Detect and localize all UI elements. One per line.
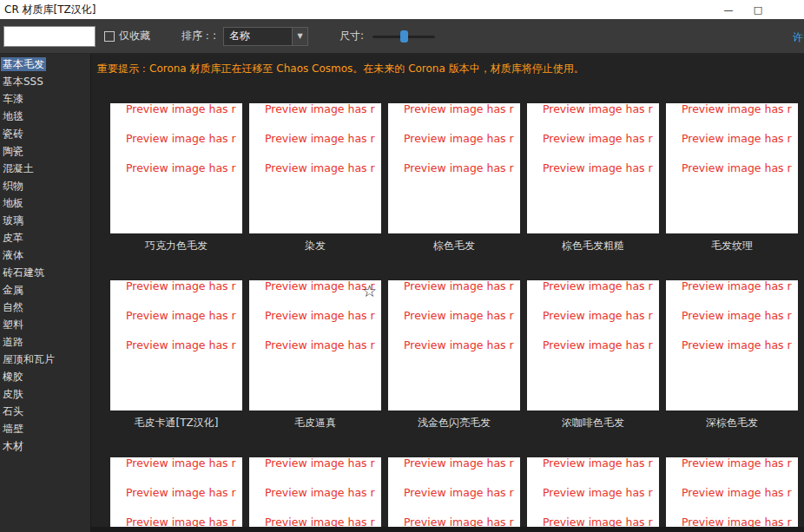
sidebar-item[interactable]: 皮革 bbox=[0, 229, 90, 246]
preview-error-text: Preview image has r bbox=[543, 487, 659, 499]
material-cell: Preview image has rPreview image has rPr… bbox=[388, 440, 520, 532]
favorite-star-icon[interactable]: ☆ bbox=[362, 283, 377, 299]
preview-error-text: Preview image has r bbox=[404, 487, 520, 499]
material-preview-card[interactable]: Preview image has rPreview image has rPr… bbox=[666, 280, 798, 410]
sidebar-item[interactable]: 自然 bbox=[0, 299, 90, 316]
favorites-filter[interactable]: 仅收藏 bbox=[104, 29, 150, 43]
material-preview-card[interactable]: Preview image has rPreview image has rPr… bbox=[527, 457, 659, 532]
migration-notice: 重要提示：Corona 材质库正在迁移至 Chaos Cosmos。在未来的 C… bbox=[91, 54, 804, 76]
material-preview-card[interactable]: Preview image has rPreview image has rPr… bbox=[249, 103, 381, 233]
sidebar-item[interactable]: 陶瓷 bbox=[0, 142, 90, 160]
sidebar-item[interactable]: 地毯 bbox=[0, 108, 90, 125]
material-preview-card[interactable]: Preview image has rPreview image has rPr… bbox=[388, 103, 520, 233]
preview-error-text: Preview image has r bbox=[265, 487, 381, 499]
preview-error-text: Preview image has r bbox=[404, 310, 520, 322]
sidebar-item[interactable]: 金属 bbox=[0, 281, 90, 299]
sidebar-item[interactable]: 皮肤 bbox=[0, 385, 90, 403]
preview-error-text: Preview image has r bbox=[682, 457, 798, 470]
sidebar-item[interactable]: 屋顶和瓦片 bbox=[0, 351, 90, 368]
sidebar-item[interactable]: 车漆 bbox=[0, 90, 90, 108]
slider-handle[interactable] bbox=[400, 30, 408, 43]
material-preview-card[interactable]: Preview image has rPreview image has rPr… bbox=[527, 280, 659, 410]
sidebar-item[interactable]: 基本SSS bbox=[0, 73, 90, 90]
preview-error-text: Preview image has r bbox=[265, 339, 381, 351]
preview-error-text: Preview image has r bbox=[543, 339, 659, 351]
material-preview-card[interactable]: Preview image has rPreview image has rPr… bbox=[110, 103, 242, 233]
material-name-label: 巧克力色毛发 bbox=[110, 239, 242, 254]
material-name-label: 毛皮逼真 bbox=[249, 416, 381, 431]
material-preview-card[interactable]: Preview image has rPreview image has rPr… bbox=[249, 280, 381, 410]
material-preview-card[interactable]: Preview image has rPreview image has rPr… bbox=[388, 457, 520, 532]
sidebar-item[interactable]: 基本毛发 bbox=[0, 56, 90, 73]
material-name-label: 棕色毛发 bbox=[388, 239, 520, 254]
preview-error-text: Preview image has r bbox=[404, 280, 520, 292]
preview-error-text: Preview image has r bbox=[543, 457, 659, 470]
preview-error-text: Preview image has r bbox=[543, 310, 659, 322]
sidebar-item-label: 玻璃 bbox=[1, 213, 25, 227]
sidebar-item-label: 瓷砖 bbox=[1, 127, 25, 141]
preview-error-text: Preview image has r bbox=[404, 339, 520, 351]
chevron-down-icon[interactable]: ▼ bbox=[292, 28, 307, 45]
search-input[interactable] bbox=[3, 26, 96, 47]
sidebar-item-label: 砖石建筑 bbox=[1, 266, 46, 279]
preview-error-text: Preview image has r bbox=[126, 133, 242, 145]
sort-dropdown[interactable]: 名称 ▼ bbox=[223, 27, 308, 46]
preview-error-text: Preview image has r bbox=[265, 457, 381, 470]
sidebar-item-label: 塑料 bbox=[1, 318, 25, 332]
license-link[interactable]: 许 bbox=[793, 30, 803, 45]
material-cell: Preview image has rPreview image has rPr… bbox=[249, 440, 381, 532]
material-preview-card[interactable]: Preview image has rPreview image has rPr… bbox=[388, 280, 520, 410]
preview-error-text: Preview image has r bbox=[682, 103, 798, 115]
material-grid: Preview image has rPreview image has rPr… bbox=[110, 86, 804, 532]
sidebar-item[interactable]: 玻璃 bbox=[0, 212, 90, 229]
preview-error-text: Preview image has r bbox=[126, 280, 242, 292]
preview-error-text: Preview image has r bbox=[543, 162, 659, 174]
sidebar-item-label: 金属 bbox=[1, 283, 25, 297]
sidebar-item[interactable]: 砖石建筑 bbox=[0, 264, 90, 281]
size-slider[interactable] bbox=[372, 30, 435, 43]
material-preview-card[interactable]: Preview image has rPreview image has rPr… bbox=[249, 457, 381, 532]
preview-error-text: Preview image has r bbox=[543, 103, 659, 115]
sidebar-list: 基本毛发基本SSS车漆地毯瓷砖陶瓷混凝土织物地板玻璃皮革液体砖石建筑金属自然塑料… bbox=[0, 54, 91, 532]
material-preview-card[interactable]: Preview image has rPreview image has rPr… bbox=[527, 103, 659, 233]
sidebar-item[interactable]: 石头 bbox=[0, 403, 90, 420]
sidebar-item[interactable]: 地板 bbox=[0, 194, 90, 212]
preview-error-text: Preview image has r bbox=[682, 487, 798, 499]
sidebar-item[interactable]: 道路 bbox=[0, 333, 90, 351]
sidebar-item[interactable]: 木材 bbox=[0, 437, 90, 455]
material-preview-card[interactable]: Preview image has rPreview image has rPr… bbox=[110, 457, 242, 532]
material-preview-card[interactable]: Preview image has rPreview image has rPr… bbox=[110, 280, 242, 410]
horizontal-scrollbar[interactable] bbox=[91, 527, 804, 532]
sidebar-item-label: 液体 bbox=[1, 248, 25, 262]
maximize-button[interactable]: □ bbox=[743, 0, 773, 19]
preview-error-text: Preview image has r bbox=[126, 162, 242, 174]
sidebar-item[interactable]: 织物 bbox=[0, 177, 90, 194]
sidebar-item[interactable]: 橡胶 bbox=[0, 368, 90, 385]
material-cell: Preview image has rPreview image has rPr… bbox=[527, 263, 659, 431]
material-name-label: 浅金色闪亮毛发 bbox=[388, 416, 520, 431]
sidebar-item[interactable]: 瓷砖 bbox=[0, 125, 90, 142]
material-name-label: 毛发纹理 bbox=[666, 239, 798, 254]
material-cell: Preview image has rPreview image has rPr… bbox=[110, 440, 242, 532]
sidebar-item-label: 混凝土 bbox=[1, 161, 36, 175]
sidebar-item-label: 橡胶 bbox=[1, 370, 25, 384]
sidebar-item[interactable]: 混凝土 bbox=[0, 160, 90, 177]
material-name-label: 深棕色毛发 bbox=[666, 416, 798, 431]
material-preview-card[interactable]: Preview image has rPreview image has rPr… bbox=[666, 457, 798, 532]
favorites-checkbox[interactable] bbox=[104, 31, 115, 42]
preview-error-text: Preview image has r bbox=[404, 103, 520, 115]
minimize-button[interactable]: — bbox=[714, 0, 743, 19]
sidebar-item-label: 自然 bbox=[1, 300, 25, 314]
sidebar-item-label: 皮肤 bbox=[1, 387, 25, 401]
sidebar-item[interactable]: 液体 bbox=[0, 246, 90, 264]
preview-error-text: Preview image has r bbox=[682, 162, 798, 174]
preview-error-text: Preview image has r bbox=[682, 339, 798, 351]
material-cell: Preview image has rPreview image has rPr… bbox=[388, 263, 520, 431]
material-preview-card[interactable]: Preview image has rPreview image has rPr… bbox=[666, 103, 798, 233]
material-cell: Preview image has rPreview image has rPr… bbox=[110, 263, 242, 431]
sidebar-item[interactable]: 墙壁 bbox=[0, 420, 90, 437]
material-cell: Preview image has rPreview image has rPr… bbox=[110, 86, 242, 254]
sidebar-item[interactable]: 塑料 bbox=[0, 316, 90, 333]
preview-error-text: Preview image has r bbox=[543, 280, 659, 292]
preview-error-text: Preview image has r bbox=[126, 310, 242, 322]
